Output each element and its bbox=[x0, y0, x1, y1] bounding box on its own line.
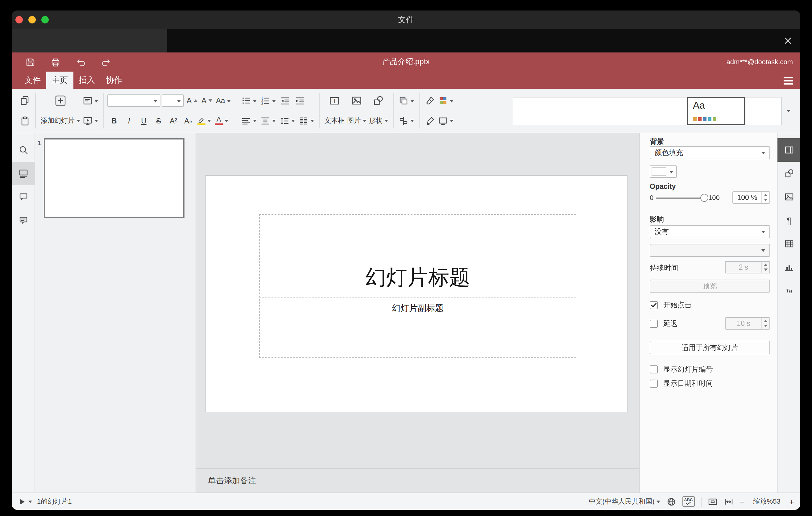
notes-area[interactable]: 单击添加备注 bbox=[196, 468, 639, 492]
spellcheck-icon[interactable]: ABC bbox=[682, 496, 694, 507]
spinner-arrows-icon[interactable] bbox=[761, 192, 770, 203]
vertical-align-button[interactable] bbox=[259, 114, 277, 128]
slide-thumbnail-1[interactable] bbox=[44, 138, 184, 218]
font-color-button[interactable]: A bbox=[213, 114, 230, 128]
table-settings-button[interactable] bbox=[778, 232, 800, 256]
fill-type-select[interactable]: 颜色填充 bbox=[650, 146, 770, 159]
theme-gallery-expand-button[interactable] bbox=[782, 96, 795, 125]
spinner-arrows-icon[interactable] bbox=[761, 318, 770, 329]
slide-settings-button[interactable] bbox=[778, 138, 800, 162]
document-language-icon[interactable] bbox=[666, 496, 676, 507]
delay-checkbox[interactable] bbox=[650, 319, 658, 327]
preview-button[interactable]: 预览 bbox=[650, 280, 770, 292]
copy-style-button[interactable] bbox=[423, 114, 437, 128]
search-panel-button[interactable] bbox=[12, 138, 35, 162]
tab-insert[interactable]: 插入 bbox=[74, 71, 100, 89]
fit-to-width-button[interactable] bbox=[723, 496, 733, 507]
arrange-shapes-button[interactable] bbox=[397, 93, 415, 108]
theme-slot-1[interactable] bbox=[513, 96, 571, 125]
delay-spinner[interactable]: 10 s bbox=[725, 317, 770, 329]
effect-select[interactable]: 没有 bbox=[650, 225, 770, 238]
change-case-button[interactable]: Aa bbox=[215, 93, 232, 108]
decrease-font-button[interactable]: A bbox=[200, 93, 213, 108]
chevron-down-icon bbox=[177, 100, 181, 103]
horizontal-align-button[interactable] bbox=[240, 114, 258, 128]
zoom-in-button[interactable]: + bbox=[789, 497, 794, 506]
slide-size-button[interactable] bbox=[437, 114, 455, 128]
superscript-button[interactable]: A² bbox=[167, 114, 180, 128]
apply-to-all-slides-button[interactable]: 适用于所有幻灯片 bbox=[650, 341, 770, 354]
textart-settings-button[interactable]: Ta bbox=[778, 279, 800, 303]
clear-style-button[interactable] bbox=[423, 93, 437, 108]
undo-button[interactable] bbox=[76, 57, 86, 67]
insert-shape-icon[interactable] bbox=[372, 93, 385, 108]
increase-indent-button[interactable] bbox=[293, 93, 306, 108]
change-layout-button[interactable] bbox=[82, 93, 99, 108]
align-shapes-button[interactable] bbox=[397, 114, 415, 128]
strikethrough-button[interactable]: S bbox=[152, 114, 165, 128]
highlight-color-button[interactable] bbox=[196, 114, 212, 128]
show-date-time-checkbox[interactable] bbox=[650, 379, 658, 387]
theme-slot-5[interactable] bbox=[745, 96, 782, 125]
start-slideshow-status-button[interactable] bbox=[18, 497, 32, 506]
spinner-arrows-icon[interactable] bbox=[761, 262, 770, 273]
shape-settings-button[interactable] bbox=[778, 162, 800, 185]
start-slideshow-toolbar-button[interactable] bbox=[82, 114, 99, 128]
image-settings-button[interactable] bbox=[778, 185, 800, 209]
title-placeholder[interactable]: 幻灯片标题 bbox=[259, 214, 576, 297]
bullets-button[interactable] bbox=[240, 93, 258, 108]
theme-slot-3[interactable] bbox=[629, 96, 687, 125]
bold-button[interactable]: B bbox=[107, 114, 121, 128]
subtitle-placeholder[interactable]: 幻灯片副标题 bbox=[259, 299, 576, 358]
add-slide-icon[interactable] bbox=[53, 93, 68, 108]
decrease-indent-button[interactable] bbox=[278, 93, 292, 108]
numbering-button[interactable]: 123 bbox=[259, 93, 277, 108]
zoom-level-label[interactable]: 缩放%53 bbox=[751, 497, 783, 506]
subscript-button[interactable]: A₂ bbox=[181, 114, 195, 128]
zoom-out-button[interactable]: − bbox=[740, 497, 745, 506]
insert-textbox-button[interactable]: 文本框 bbox=[323, 114, 346, 128]
feedback-panel-button[interactable] bbox=[12, 209, 35, 232]
effect-type-select[interactable] bbox=[650, 244, 770, 257]
copy-button[interactable] bbox=[18, 93, 31, 108]
columns-button[interactable] bbox=[297, 114, 315, 128]
duration-spinner[interactable]: 2 s bbox=[725, 261, 770, 274]
menu-icon[interactable] bbox=[784, 77, 793, 85]
paste-button[interactable] bbox=[18, 114, 31, 128]
increase-font-button[interactable]: A bbox=[185, 93, 199, 108]
language-selector[interactable]: 中文(中华人民共和国) bbox=[589, 497, 660, 506]
close-icon[interactable] bbox=[782, 35, 793, 46]
opacity-spinner[interactable]: 100 % bbox=[732, 191, 770, 204]
save-button[interactable] bbox=[25, 57, 35, 67]
opacity-slider-handle[interactable] bbox=[700, 194, 708, 202]
opacity-slider-track[interactable] bbox=[656, 198, 704, 199]
tab-file[interactable]: 文件 bbox=[19, 71, 46, 89]
tab-home[interactable]: 主页 bbox=[46, 71, 74, 89]
font-name-combo[interactable] bbox=[107, 95, 161, 107]
comments-panel-button[interactable] bbox=[12, 185, 35, 209]
tab-collaboration[interactable]: 协作 bbox=[100, 71, 128, 89]
redo-button[interactable] bbox=[101, 57, 111, 67]
slides-panel-button[interactable] bbox=[12, 162, 35, 185]
font-size-combo[interactable] bbox=[162, 95, 184, 107]
italic-button[interactable]: I bbox=[122, 114, 136, 128]
theme-slot-selected[interactable]: Aa bbox=[687, 96, 745, 125]
start-on-click-checkbox[interactable] bbox=[650, 301, 658, 309]
insert-textbox-icon[interactable]: T bbox=[328, 93, 341, 108]
slide-canvas[interactable]: 幻灯片标题 幻灯片副标题 bbox=[196, 133, 639, 468]
fit-to-slide-button[interactable] bbox=[707, 496, 717, 507]
insert-image-button[interactable]: 图片 bbox=[346, 114, 368, 128]
slide[interactable]: 幻灯片标题 幻灯片副标题 bbox=[205, 175, 628, 412]
underline-button[interactable]: U bbox=[137, 114, 150, 128]
fill-color-picker[interactable] bbox=[650, 165, 677, 178]
line-spacing-button[interactable] bbox=[278, 114, 296, 128]
paragraph-settings-button[interactable]: ¶ bbox=[778, 209, 800, 232]
add-slide-button[interactable]: 添加幻灯片 bbox=[39, 114, 82, 128]
print-button[interactable] bbox=[51, 57, 60, 67]
insert-shape-button[interactable]: 形状 bbox=[368, 114, 389, 128]
color-scheme-button[interactable] bbox=[437, 93, 455, 108]
theme-slot-2[interactable] bbox=[571, 96, 629, 125]
insert-image-icon[interactable] bbox=[350, 93, 364, 108]
show-slide-number-checkbox[interactable] bbox=[650, 365, 658, 373]
chart-settings-button[interactable] bbox=[778, 256, 800, 279]
